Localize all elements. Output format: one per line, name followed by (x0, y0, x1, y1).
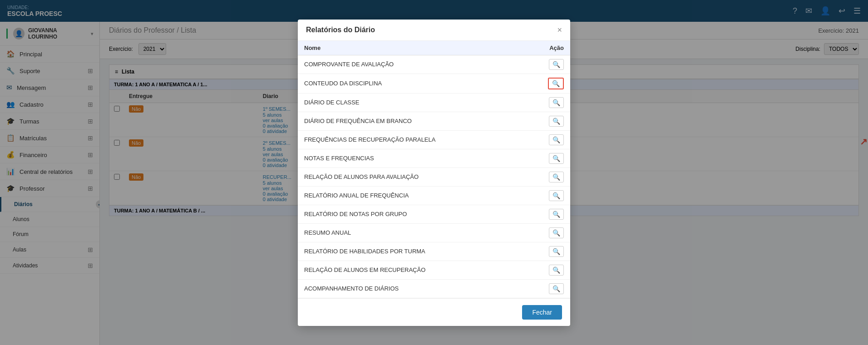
report-search-btn[interactable]: 🔍 (549, 59, 564, 70)
report-action: 🔍 (525, 186, 570, 205)
report-search-btn[interactable]: 🔍 (549, 153, 564, 164)
modal-overlay[interactable]: Relatórios do Diário × Nome Ação COMPROV… (0, 0, 868, 345)
modal-report-row: DIÁRIO DE CLASSE🔍 (298, 93, 570, 112)
modal-title: Relatórios do Diário (306, 26, 375, 34)
modal-reports-table: Nome Ação COMPROVANTE DE AVALIAÇÃO🔍CONTE… (298, 41, 570, 298)
report-search-btn[interactable]: 🔍 (549, 209, 564, 220)
report-action: 🔍 (525, 279, 570, 298)
modal-footer: Fechar (298, 298, 570, 326)
report-search-btn[interactable]: 🔍 (549, 97, 564, 108)
modal-report-row: NOTAS E FREQUENCIAS🔍 (298, 149, 570, 168)
report-name: RESUMO ANUAL (298, 223, 525, 242)
modal-report-row: RELATÓRIO ANUAL DE FREQUÊNCIA🔍 (298, 186, 570, 205)
report-name: RELAÇÃO DE ALUNOS PARA AVALIAÇÃO (298, 168, 525, 186)
report-name: NOTAS E FREQUENCIAS (298, 149, 525, 168)
report-name: FREQUÊNCIAS DE RECUPERAÇÃO PARALELA (298, 130, 525, 149)
report-search-btn[interactable]: 🔍 (549, 246, 564, 257)
report-action: 🔍 (525, 74, 570, 93)
report-name: RELATÓRIO DE HABILIDADES POR TURMA (298, 242, 525, 261)
modal-report-row: FREQUÊNCIAS DE RECUPERAÇÃO PARALELA🔍 (298, 130, 570, 149)
report-action: 🔍 (525, 223, 570, 242)
report-search-btn[interactable]: 🔍 (549, 227, 564, 238)
modal-report-row: RESUMO ANUAL🔍 (298, 223, 570, 242)
report-search-btn[interactable]: 🔍 (549, 116, 564, 127)
fechar-btn[interactable]: Fechar (522, 305, 562, 320)
modal-report-row: COMPROVANTE DE AVALIAÇÃO🔍 (298, 55, 570, 74)
report-name: RELAÇÃO DE ALUNOS EM RECUPERAÇÃO (298, 261, 525, 279)
report-name: RELATÓRIO DE NOTAS POR GRUPO (298, 205, 525, 223)
report-action: 🔍 (525, 261, 570, 279)
modal-report-row: ACOMPANHAMENTO DE DIÁRIOS🔍 (298, 279, 570, 298)
report-action: 🔍 (525, 205, 570, 223)
report-search-btn[interactable]: 🔍 (549, 265, 564, 276)
modal-report-row: CONTEUDO DA DISCIPLINA🔍 (298, 74, 570, 93)
modal-body: Nome Ação COMPROVANTE DE AVALIAÇÃO🔍CONTE… (298, 41, 570, 298)
report-search-btn[interactable]: 🔍 (548, 78, 564, 89)
report-name: RELATÓRIO ANUAL DE FREQUÊNCIA (298, 186, 525, 205)
report-search-btn[interactable]: 🔍 (549, 283, 564, 294)
modal-report-row: RELATÓRIO DE NOTAS POR GRUPO🔍 (298, 205, 570, 223)
modal-col-nome: Nome (298, 41, 525, 55)
report-name: ACOMPANHAMENTO DE DIÁRIOS (298, 279, 525, 298)
modal-col-acao: Ação (525, 41, 570, 55)
modal-report-row: RELAÇÃO DE ALUNOS PARA AVALIAÇÃO🔍 (298, 168, 570, 186)
modal-report-row: DIÁRIO DE FREQUÊNCIA EM BRANCO🔍 (298, 112, 570, 130)
report-name: COMPROVANTE DE AVALIAÇÃO (298, 55, 525, 74)
report-action: 🔍 (525, 112, 570, 130)
modal-close-btn[interactable]: × (557, 26, 562, 34)
report-search-btn[interactable]: 🔍 (549, 134, 564, 145)
report-name: DIÁRIO DE FREQUÊNCIA EM BRANCO (298, 112, 525, 130)
report-search-btn[interactable]: 🔍 (549, 190, 564, 201)
modal-relatorios: Relatórios do Diário × Nome Ação COMPROV… (298, 20, 570, 326)
report-action: 🔍 (525, 130, 570, 149)
report-action: 🔍 (525, 242, 570, 261)
report-action: 🔍 (525, 55, 570, 74)
report-action: 🔍 (525, 149, 570, 168)
modal-report-row: RELAÇÃO DE ALUNOS EM RECUPERAÇÃO🔍 (298, 261, 570, 279)
report-name: DIÁRIO DE CLASSE (298, 93, 525, 112)
modal-report-row: RELATÓRIO DE HABILIDADES POR TURMA🔍 (298, 242, 570, 261)
report-name: CONTEUDO DA DISCIPLINA (298, 74, 525, 93)
report-action: 🔍 (525, 168, 570, 186)
report-search-btn[interactable]: 🔍 (549, 172, 564, 182)
report-action: 🔍 (525, 93, 570, 112)
modal-header: Relatórios do Diário × (298, 20, 570, 41)
